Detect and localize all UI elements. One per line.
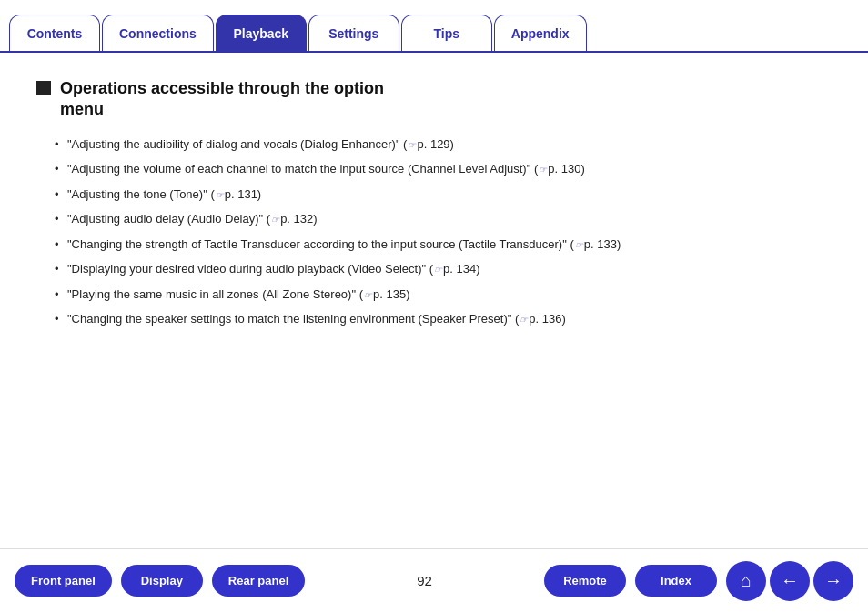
page-ref: p. 136) (529, 312, 565, 326)
display-button[interactable]: Display (121, 565, 203, 597)
bullet-list: "Adjusting the audibility of dialog and … (36, 135, 832, 328)
ref-icon: ☞ (520, 313, 528, 326)
list-item-text: "Playing the same music in all zones (Al… (67, 287, 363, 301)
list-item-text: "Displaying your desired video during au… (67, 262, 433, 276)
ref-icon: ☞ (539, 163, 547, 176)
list-item: "Changing the strength of Tactile Transd… (55, 236, 832, 254)
list-item-text: "Adjusting the volume of each channel to… (67, 162, 538, 176)
tab-tips[interactable]: Tips (401, 15, 492, 51)
index-button[interactable]: Index (635, 565, 717, 597)
list-item: "Adjusting the volume of each channel to… (55, 160, 832, 178)
list-item-text: "Changing the strength of Tactile Transd… (67, 237, 574, 251)
section-header: Operations accessible through the option… (36, 78, 832, 121)
ref-icon: ☞ (216, 188, 224, 202)
ref-icon: ☞ (575, 238, 583, 252)
list-item: "Displaying your desired video during au… (55, 260, 832, 278)
main-content: Operations accessible through the option… (0, 53, 868, 548)
section-block-icon (36, 81, 51, 95)
tab-settings[interactable]: Settings (308, 15, 399, 51)
tab-connections[interactable]: Connections (102, 15, 214, 51)
tab-appendix[interactable]: Appendix (494, 15, 587, 51)
list-item-text: "Adjusting the tone (Tone)" ( (67, 187, 215, 201)
forward-button[interactable]: → (813, 561, 853, 601)
page-ref: p. 132) (280, 212, 317, 226)
tab-contents[interactable]: Contents (9, 15, 100, 51)
page-ref: p. 130) (548, 162, 584, 176)
page-ref: p. 135) (373, 287, 409, 301)
page-ref: p. 129) (417, 137, 453, 151)
tab-playback[interactable]: Playback (216, 15, 307, 51)
list-item: "Playing the same music in all zones (Al… (55, 286, 832, 304)
ref-icon: ☞ (434, 263, 442, 276)
page-number: 92 (314, 573, 535, 588)
ref-icon: ☞ (408, 138, 416, 152)
list-item: "Changing the speaker settings to match … (55, 310, 832, 328)
home-button[interactable]: ⌂ (726, 561, 766, 601)
list-item-text: "Adjusting audio delay (Audio Delay)" ( (67, 212, 270, 226)
ref-icon: ☞ (271, 213, 279, 226)
bottom-bar: Front panel Display Rear panel 92 Remote… (0, 548, 868, 612)
bottom-right-icons: ⌂ ← → (726, 561, 853, 601)
top-navigation: Contents Connections Playback Settings T… (0, 0, 868, 53)
front-panel-button[interactable]: Front panel (15, 565, 112, 597)
page-ref: p. 133) (584, 237, 621, 251)
list-item-text: "Changing the speaker settings to match … (67, 312, 519, 326)
section-title: Operations accessible through the option… (60, 78, 384, 121)
list-item: "Adjusting audio delay (Audio Delay)" (☞… (55, 210, 832, 228)
rear-panel-button[interactable]: Rear panel (212, 565, 305, 597)
list-item: "Adjusting the audibility of dialog and … (55, 135, 832, 154)
back-button[interactable]: ← (770, 561, 810, 601)
remote-button[interactable]: Remote (544, 565, 626, 597)
page-ref: p. 131) (225, 187, 261, 201)
list-item: "Adjusting the tone (Tone)" (☞p. 131) (55, 186, 832, 204)
page-ref: p. 134) (443, 262, 479, 276)
list-item-text: "Adjusting the audibility of dialog and … (67, 137, 407, 151)
ref-icon: ☞ (364, 288, 372, 302)
